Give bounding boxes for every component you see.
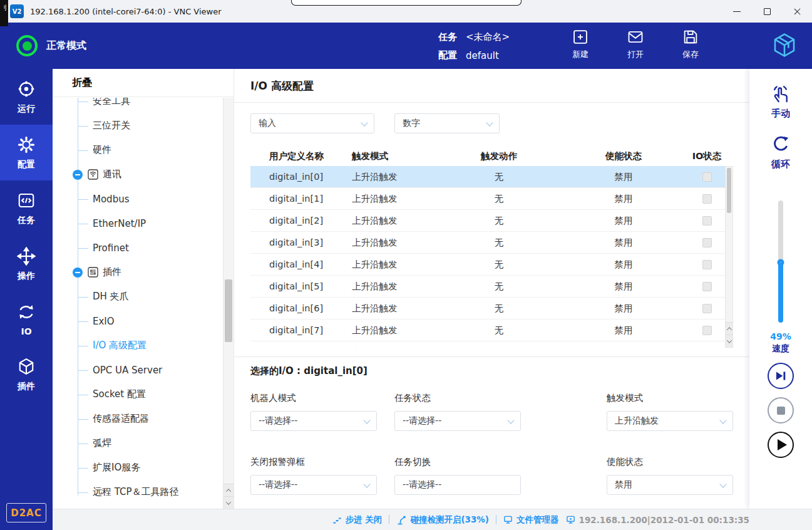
table-row[interactable]: digital_in[2] 上升沿触发 无 禁用 xyxy=(250,210,725,232)
tree-scrollbar-thumb[interactable] xyxy=(225,279,232,342)
tree-item-modbus[interactable]: Modbus xyxy=(53,187,223,211)
close-alarm-select[interactable]: --请选择-- xyxy=(250,475,377,495)
io-state-checkbox[interactable] xyxy=(702,260,712,269)
mode-label: 正常模式 xyxy=(46,39,86,53)
play-button[interactable] xyxy=(768,432,794,458)
stop-button[interactable] xyxy=(768,397,794,423)
io-state-checkbox[interactable] xyxy=(702,348,712,348)
tree-item-profinet[interactable]: Profinet xyxy=(53,236,223,260)
io-direction-select[interactable]: 输入 xyxy=(250,113,374,133)
io-state-checkbox[interactable] xyxy=(702,172,712,182)
sidebar-item-run[interactable]: 运行 xyxy=(0,69,53,125)
speed-slider[interactable] xyxy=(778,200,783,323)
tree-scrollbar[interactable] xyxy=(223,98,234,509)
table-row[interactable]: digital_in[3] 上升沿触发 无 禁用 xyxy=(250,232,725,254)
open-label: 打开 xyxy=(627,49,644,60)
step-forward-button[interactable] xyxy=(768,363,794,389)
collision-status[interactable]: 碰撞检测开启(33%) xyxy=(396,514,489,526)
vnc-toolbar-tab[interactable] xyxy=(291,0,522,6)
tree-item-remote-tcp-tool-path[interactable]: 远程 TCP＆工具路径 xyxy=(53,480,223,504)
save-task-button[interactable]: 保存 xyxy=(672,28,709,60)
io-state-checkbox[interactable] xyxy=(702,238,712,247)
tree-node-communication[interactable]: 通讯 xyxy=(53,162,223,187)
tree-item-ethernet-ip[interactable]: EtherNet/IP xyxy=(53,211,223,236)
io-state-checkbox[interactable] xyxy=(702,216,712,226)
table-row[interactable]: digital_in[7] 上升沿触发 无 禁用 xyxy=(250,320,725,341)
col-enable-state: 使能状态 xyxy=(558,150,689,162)
open-icon xyxy=(627,28,644,46)
trigger-mode-select[interactable]: 上升沿触发 xyxy=(607,411,733,431)
hand-icon xyxy=(771,84,791,104)
tree-item-opc-ua-server[interactable]: OPC UA Server xyxy=(53,358,223,382)
io-state-checkbox[interactable] xyxy=(702,282,712,291)
maximize-button[interactable] xyxy=(752,0,782,23)
chevron-down-icon xyxy=(719,481,726,487)
tree-item-hardware[interactable]: 硬件 xyxy=(53,138,223,162)
open-task-button[interactable]: 打开 xyxy=(617,28,654,60)
tree-item-safety-tools[interactable]: 安全工具 xyxy=(53,98,223,113)
table-row[interactable]: digital_in[4] 上升沿触发 无 禁用 xyxy=(250,254,725,276)
scroll-up-button[interactable] xyxy=(224,484,234,496)
collapse-minus-icon[interactable] xyxy=(73,268,83,278)
task-state-label: 任务状态 xyxy=(394,392,521,404)
config-tree-panel: 折叠 安全工具 三位开关 硬件 通讯 Modbus EtherNet/IP Pr… xyxy=(53,69,234,509)
tree-collapse-header[interactable]: 折叠 xyxy=(53,69,234,97)
table-row[interactable]: digital_in[6] 上升沿触发 无 禁用 xyxy=(250,298,725,320)
io-type-select[interactable]: 数字 xyxy=(394,113,500,133)
enable-state-select[interactable]: 禁用 xyxy=(607,475,733,495)
sidebar-item-operate[interactable]: 操作 xyxy=(0,236,53,292)
io-state-checkbox[interactable] xyxy=(702,304,712,313)
collapse-minus-icon[interactable] xyxy=(73,170,83,180)
chevron-up-icon xyxy=(226,489,231,494)
tree-item-sensor-adapter[interactable]: 传感器适配器 xyxy=(53,407,223,431)
scroll-down-button[interactable] xyxy=(726,335,732,347)
tree-item-three-position-switch[interactable]: 三位开关 xyxy=(53,113,223,138)
selected-io-label: 选择的I/O : digital_in[0] xyxy=(250,365,733,377)
field-robot-mode: 机器人模式 --请选择-- xyxy=(250,392,377,431)
field-task-state: 任务状态 --请选择-- xyxy=(394,392,521,431)
task-code-icon xyxy=(17,191,36,210)
sidebar-item-config[interactable]: 配置 xyxy=(0,125,53,180)
io-state-checkbox[interactable] xyxy=(702,326,712,335)
divider xyxy=(234,356,749,357)
brand-badge: D2AC xyxy=(6,503,46,522)
status-green-icon xyxy=(16,35,38,56)
new-task-button[interactable]: 新建 xyxy=(562,28,599,60)
table-scrollbar[interactable] xyxy=(725,166,733,348)
file-manager-button[interactable]: 文件管理器 xyxy=(503,514,559,526)
task-state-select[interactable]: --请选择-- xyxy=(394,411,521,431)
sidebar-label: 运行 xyxy=(18,103,35,115)
speed-slider-thumb[interactable] xyxy=(778,259,784,266)
tree-item-arc-welding[interactable]: 弧焊 xyxy=(53,431,223,455)
plugin-cube-icon xyxy=(17,357,36,376)
manual-mode-button[interactable]: 手动 xyxy=(771,84,791,120)
chevron-down-icon xyxy=(361,119,367,126)
step-status[interactable]: 步进 关闭 xyxy=(332,514,383,526)
sidebar-item-task[interactable]: 任务 xyxy=(0,180,53,236)
tree-item-exio[interactable]: ExIO xyxy=(53,309,223,333)
sidebar-label: 任务 xyxy=(18,215,35,226)
tree-node-plugins[interactable]: 插件 xyxy=(53,260,223,284)
tree-item-socket-config[interactable]: Socket 配置 xyxy=(53,382,223,407)
sidebar-item-io[interactable]: IO xyxy=(0,292,53,346)
minimize-button[interactable] xyxy=(722,0,752,23)
task-switch-input[interactable]: --请选择-- xyxy=(394,475,521,495)
chevron-up-icon xyxy=(726,327,731,332)
tree-item-io-advanced-config[interactable]: I/O 高级配置 xyxy=(53,333,223,358)
table-row[interactable]: digital_in[8] 上升沿触发 无 禁用 xyxy=(250,341,725,348)
loop-mode-button[interactable]: 循环 xyxy=(771,135,791,170)
host-time-status: 192.168.1.200|2012-01-01 00:13:35 xyxy=(566,515,749,525)
table-row[interactable]: digital_in[5] 上升沿触发 无 禁用 xyxy=(250,276,725,298)
table-row[interactable]: digital_in[0] 上升沿触发 无 禁用 xyxy=(250,166,725,188)
sidebar-item-plugin[interactable]: 插件 xyxy=(0,346,53,402)
io-state-checkbox[interactable] xyxy=(702,194,712,204)
close-icon xyxy=(793,8,801,16)
close-button[interactable] xyxy=(782,0,812,23)
table-row[interactable]: digital_in[1] 上升沿触发 无 禁用 xyxy=(250,188,725,210)
table-scrollbar-thumb[interactable] xyxy=(727,168,731,213)
scroll-up-button[interactable] xyxy=(726,322,732,335)
tree-item-dh-gripper[interactable]: DH 夹爪 xyxy=(53,284,223,309)
robot-mode-select[interactable]: --请选择-- xyxy=(250,411,377,431)
scroll-down-button[interactable] xyxy=(224,496,234,509)
tree-item-extended-io-service[interactable]: 扩展IO服务 xyxy=(53,455,223,480)
